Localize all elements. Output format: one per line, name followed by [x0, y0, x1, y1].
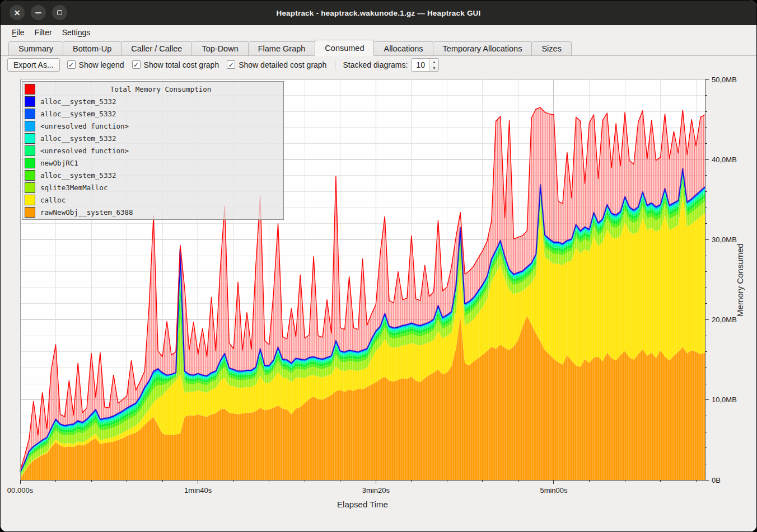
legend-item: <unresolved function>: [25, 144, 281, 157]
legend-label: sqlite3MemMalloc: [40, 183, 108, 192]
window-title: Heaptrack - heaptrack.wakunode.1.gz — He…: [276, 9, 480, 17]
tab-flame-graph[interactable]: Flame Graph: [249, 41, 316, 56]
legend-label: <unresolved function>: [40, 147, 129, 155]
spin-down-icon[interactable]: ▼: [430, 65, 438, 71]
y-tick-label: 40,0MB: [712, 156, 737, 164]
legend-label: newObjRC1: [40, 159, 78, 167]
legend-item: newObjRC1: [25, 157, 281, 169]
tab-allocations[interactable]: Allocations: [374, 41, 433, 56]
legend-swatch: [25, 182, 35, 193]
tab-bottom-up[interactable]: Bottom-Up: [63, 41, 122, 56]
legend-swatch: [25, 121, 35, 131]
checkmark-icon: ✓: [132, 60, 141, 69]
chart-legend: Total Memory Consumptionalloc__system_53…: [22, 81, 284, 220]
legend-label: alloc__system_5332: [40, 134, 116, 143]
legend-item: alloc__system_5332: [25, 95, 281, 107]
legend-label: <unresolved function>: [40, 122, 129, 130]
app-window: ✕ Heaptrack - heaptrack.wakunode.1.gz — …: [0, 0, 757, 532]
checkbox-label: Show detailed cost graph: [239, 60, 326, 69]
legend-label: alloc__system_5332: [40, 97, 116, 106]
tab-sizes[interactable]: Sizes: [532, 41, 571, 56]
legend-title-row: Total Memory Consumption: [25, 83, 281, 95]
tab-consumed[interactable]: Consumed: [315, 40, 374, 56]
checkbox-label: Show legend: [79, 60, 124, 69]
checkbox-label: Show total cost graph: [144, 60, 219, 69]
checkbox-show-total-cost-graph[interactable]: ✓Show total cost graph: [132, 60, 219, 69]
legend-swatch: [25, 195, 35, 205]
legend-swatch: [25, 96, 35, 107]
legend-label: calloc: [40, 196, 66, 204]
stacked-diagrams-label: Stacked diagrams:: [343, 60, 408, 69]
maximize-button[interactable]: [52, 5, 67, 20]
tab-top-down[interactable]: Top-Down: [192, 41, 248, 56]
toolbar-separator: [335, 60, 335, 70]
legend-item: rawNewObj__system_6388: [25, 206, 281, 218]
close-button[interactable]: ✕: [10, 5, 25, 20]
maximize-icon: [57, 10, 62, 15]
y-tick-label: 10,0MB: [712, 396, 737, 404]
stacked-diagrams-value: 10: [412, 59, 429, 71]
tab-summary[interactable]: Summary: [8, 41, 63, 56]
legend-swatch: [25, 145, 35, 156]
y-tick-label: 50,0MB: [712, 76, 737, 84]
tab-temporary-allocations[interactable]: Temporary Allocations: [433, 41, 532, 56]
legend-label: alloc__system_5332: [40, 110, 116, 118]
legend-item: calloc: [25, 194, 281, 206]
legend-item: alloc__system_5332: [25, 132, 281, 144]
toolbar: Export As... ✓Show legend✓Show total cos…: [1, 56, 756, 73]
export-as-button[interactable]: Export As...: [7, 58, 60, 72]
x-tick-label: 5min00s: [540, 486, 568, 495]
legend-label: rawNewObj__system_6388: [40, 208, 133, 216]
legend-item: sqlite3MemMalloc: [25, 181, 281, 194]
minimize-icon: [35, 12, 41, 13]
tabbar: SummaryBottom-UpCaller / CalleeTop-DownF…: [1, 39, 756, 56]
legend-item: <unresolved function>: [25, 120, 281, 132]
titlebar: ✕ Heaptrack - heaptrack.wakunode.1.gz — …: [1, 1, 756, 25]
checkbox-show-detailed-cost-graph[interactable]: ✓Show detailed cost graph: [227, 60, 326, 69]
x-axis-title: Elapsed Time: [20, 500, 705, 509]
legend-swatch-total: [25, 84, 35, 95]
window-controls: ✕: [10, 5, 67, 20]
y-axis-title: Memory Consumed: [735, 238, 745, 322]
legend-label: alloc__system_5332: [40, 171, 116, 180]
minimize-button[interactable]: [31, 5, 46, 20]
checkmark-icon: ✓: [227, 60, 235, 69]
legend-swatch: [25, 133, 35, 144]
legend-swatch: [25, 170, 35, 181]
legend-swatch: [25, 109, 35, 119]
menubar: FileFilterSettings: [1, 25, 756, 39]
x-tick-label: 1min40s: [184, 486, 212, 495]
stacked-diagrams-spinbox[interactable]: 10 ▲ ▼: [411, 58, 439, 72]
y-tick-label: 20,0MB: [712, 316, 737, 324]
legend-item: alloc__system_5332: [25, 169, 281, 181]
menu-file[interactable]: File: [7, 27, 30, 38]
menu-filter[interactable]: Filter: [30, 27, 57, 38]
legend-item: alloc__system_5332: [25, 107, 281, 120]
spin-up-icon[interactable]: ▲: [430, 59, 438, 65]
checkbox-show-legend[interactable]: ✓Show legend: [67, 60, 124, 69]
close-icon: ✕: [14, 9, 21, 17]
x-tick-label: 3min20s: [362, 486, 390, 495]
menu-settings[interactable]: Settings: [57, 27, 96, 38]
tab-caller-callee[interactable]: Caller / Callee: [122, 41, 192, 56]
legend-swatch: [25, 207, 35, 218]
y-tick-label: 0B: [712, 476, 721, 484]
spin-buttons: ▲ ▼: [429, 59, 438, 71]
consumed-chart: 00.000s1min40s3min20s5min00s0B10,0MB20,0…: [1, 73, 757, 532]
checkmark-icon: ✓: [67, 60, 76, 69]
y-tick-label: 30,0MB: [712, 236, 737, 244]
legend-title: Total Memory Consumption: [40, 85, 281, 93]
legend-swatch: [25, 158, 35, 168]
x-tick-label: 00.000s: [7, 486, 34, 495]
